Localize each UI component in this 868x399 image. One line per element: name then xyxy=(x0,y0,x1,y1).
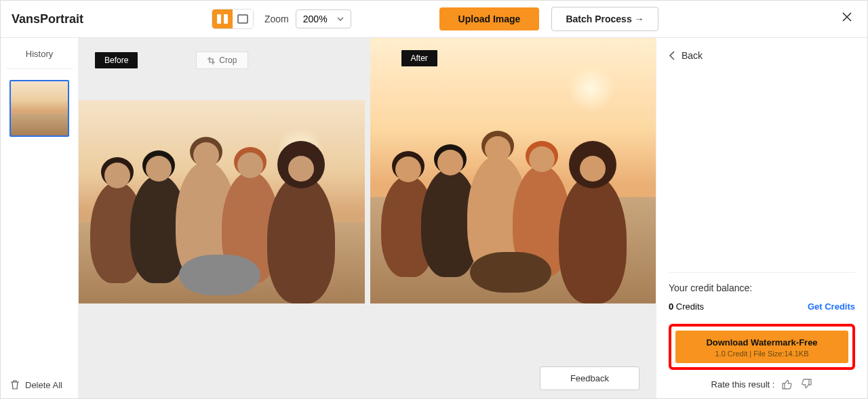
before-image xyxy=(79,38,365,303)
thumbnail-image xyxy=(11,81,68,135)
single-view-button[interactable] xyxy=(233,9,253,28)
split-view-button[interactable] xyxy=(212,9,233,28)
get-credits-link[interactable]: Get Credits xyxy=(808,301,855,312)
svg-rect-0 xyxy=(217,14,221,24)
close-icon xyxy=(842,12,852,22)
thumbs-up-button[interactable] xyxy=(781,378,793,390)
after-image xyxy=(370,38,656,303)
credit-balance-label: Your credit balance: xyxy=(669,272,855,293)
back-label: Back xyxy=(682,50,703,61)
before-header: Before Crop xyxy=(95,51,248,69)
split-columns-icon xyxy=(217,14,228,24)
single-pane-icon xyxy=(237,14,248,24)
history-thumbnail[interactable] xyxy=(9,80,69,137)
back-button[interactable]: Back xyxy=(669,50,855,61)
svg-rect-2 xyxy=(238,15,248,23)
header-controls: Zoom 200% Upload Image Batch Process → xyxy=(212,7,658,31)
close-button[interactable] xyxy=(842,12,852,22)
svg-rect-1 xyxy=(224,14,228,24)
chevron-left-icon xyxy=(669,51,675,60)
download-highlight-box: Download Watermark-Free 1.0 Credit | Fil… xyxy=(669,324,855,370)
zoom-value: 200% xyxy=(303,14,328,24)
credit-row: 0 Credits Get Credits xyxy=(669,301,855,312)
after-header: After xyxy=(401,51,437,64)
download-sublabel: 1.0 Credit | File Size:14.1KB xyxy=(679,350,844,358)
history-sidebar: History Delete All xyxy=(1,38,79,399)
preview-pane: Before Crop xyxy=(79,38,656,399)
upload-image-button[interactable]: Upload Image xyxy=(439,7,540,30)
before-column: Before Crop xyxy=(79,38,365,303)
download-label: Download Watermark-Free xyxy=(679,337,844,348)
before-badge: Before xyxy=(95,52,138,68)
download-button[interactable]: Download Watermark-Free 1.0 Credit | Fil… xyxy=(675,331,848,363)
history-label: History xyxy=(6,43,73,69)
preview-container: Before Crop xyxy=(79,38,656,303)
view-mode-toggle xyxy=(212,9,254,29)
body: History Delete All Before Crop xyxy=(1,38,867,399)
zoom-select[interactable]: 200% xyxy=(296,9,351,28)
credits-value: 0 xyxy=(669,301,673,312)
crop-button[interactable]: Crop xyxy=(196,51,248,69)
delete-all-button[interactable]: Delete All xyxy=(10,379,62,390)
rate-row: Rate this result : xyxy=(669,378,855,390)
feedback-button[interactable]: Feedback xyxy=(540,366,639,390)
header-bar: VansPortrait Zoom 200% Upload Image Batc… xyxy=(1,1,867,38)
trash-icon xyxy=(10,379,20,390)
thumbs-up-icon xyxy=(781,378,793,390)
right-sidebar: Back Your credit balance: 0 Credits Get … xyxy=(656,38,867,399)
zoom-label: Zoom xyxy=(264,14,289,24)
crop-label: Crop xyxy=(219,56,237,65)
app-logo: VansPortrait xyxy=(12,12,212,26)
thumbs-down-icon xyxy=(800,378,812,390)
thumbs-down-button[interactable] xyxy=(800,378,812,390)
credits-display: 0 Credits xyxy=(669,301,704,312)
crop-icon xyxy=(208,57,215,64)
after-badge: After xyxy=(401,50,437,66)
credits-suffix: Credits xyxy=(676,301,704,312)
chevron-down-icon xyxy=(337,17,344,21)
rate-label: Rate this result : xyxy=(711,379,775,390)
batch-process-button[interactable]: Batch Process → xyxy=(551,7,658,31)
delete-all-label: Delete All xyxy=(25,380,62,390)
after-column: After xyxy=(370,38,656,303)
